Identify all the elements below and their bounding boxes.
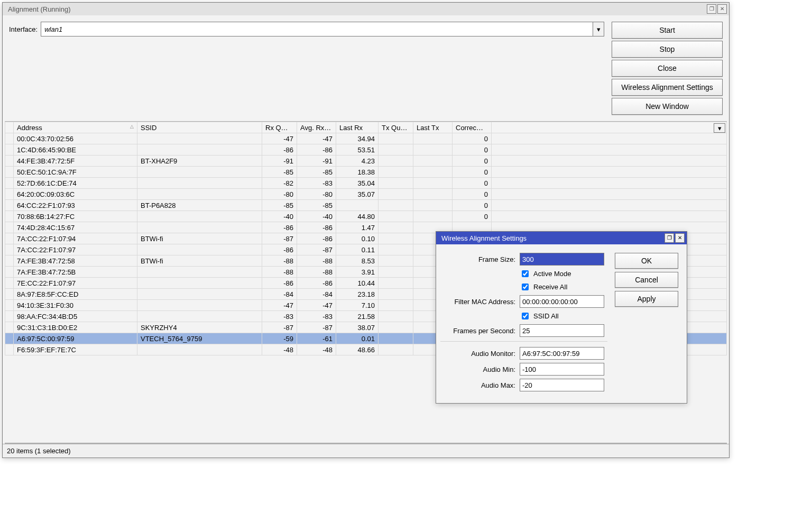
settings-dialog: Wireless Alignment Settings ❐ ✕ Frame Si… (436, 231, 687, 404)
cancel-button[interactable]: Cancel (615, 272, 678, 288)
active-mode-checkbox[interactable]: Active Mode (520, 269, 571, 279)
status-text: 20 items (1 selected) (7, 447, 71, 455)
filter-mac-label: Filter MAC Address: (440, 298, 520, 306)
stop-button[interactable]: Stop (612, 41, 723, 58)
settings-title: Wireless Alignment Settings (441, 234, 527, 242)
table-row[interactable]: 70:88:6B:14:27:FC-40-4044.800 (5, 211, 727, 222)
sort-asc-icon: △ (130, 124, 134, 129)
col-address[interactable]: Address△ (14, 122, 137, 133)
columns-dropdown-button[interactable]: ▾ (714, 123, 725, 133)
table-row[interactable]: 64:CC:22:F1:07:93BT-P6A828-85-850 (5, 200, 727, 211)
audio-max-input[interactable] (520, 379, 604, 391)
toolbar: Interface: wlan1 ▾ Start Stop Close Wire… (3, 15, 729, 117)
settings-titlebar: Wireless Alignment Settings ❐ ✕ (436, 232, 687, 244)
apply-button[interactable]: Apply (615, 291, 678, 307)
audio-max-label: Audio Max: (440, 381, 520, 389)
new-window-button[interactable]: New Window (612, 98, 723, 115)
col-blank[interactable] (5, 122, 14, 133)
table-row[interactable]: 44:FE:3B:47:72:5FBT-XHA2F9-91-914.230 (5, 156, 727, 167)
start-button[interactable]: Start (612, 22, 723, 39)
col-txq[interactable]: Tx Qu… (379, 122, 413, 133)
col-lastrx[interactable]: Last Rx (336, 122, 379, 133)
ssid-all-checkbox[interactable]: SSID All (520, 311, 559, 321)
audio-monitor-input[interactable] (520, 347, 604, 360)
interface-value: wlan1 (44, 25, 62, 33)
interface-field[interactable]: wlan1 (41, 22, 593, 36)
settings-form: Frame Size: Active Mode Receive All Filt… (440, 253, 607, 395)
table-row[interactable]: 50:EC:50:1C:9A:7F-85-8518.380 (5, 167, 727, 178)
audio-monitor-label: Audio Monitor: (440, 350, 520, 358)
close-button[interactable]: ✕ (717, 4, 727, 14)
col-lasttx[interactable]: Last Tx (413, 122, 453, 133)
table-row[interactable]: 1C:4D:66:45:90:BE-86-8653.510 (5, 144, 727, 156)
alignment-titlebar: Alignment (Running) ❐ ✕ (3, 3, 729, 15)
receive-all-checkbox[interactable]: Receive All (520, 282, 567, 292)
alignment-title: Alignment (Running) (8, 5, 71, 13)
filter-mac-input[interactable] (520, 295, 604, 308)
ok-button[interactable]: OK (615, 253, 678, 269)
close-window-button[interactable]: Close (612, 60, 723, 77)
chevron-down-icon: ▾ (597, 25, 601, 33)
settings-maximize-button[interactable]: ❐ (665, 233, 674, 243)
form-divider (440, 341, 607, 342)
settings-close-button[interactable]: ✕ (675, 233, 685, 243)
maximize-button[interactable]: ❐ (707, 4, 716, 14)
table-row[interactable]: 64:20:0C:09:03:6C-80-8035.070 (5, 189, 727, 200)
fps-input[interactable] (520, 324, 604, 337)
statusbar: 20 items (1 selected) (3, 444, 729, 458)
frame-size-label: Frame Size: (440, 255, 520, 263)
frame-size-input[interactable] (520, 253, 604, 266)
settings-button[interactable]: Wireless Alignment Settings (612, 79, 723, 96)
receive-all-input[interactable] (522, 284, 529, 290)
fps-label: Frames per Second: (440, 327, 520, 335)
table-row[interactable]: 00:0C:43:70:02:56-47-4734.940 (5, 133, 727, 144)
audio-min-label: Audio Min: (440, 365, 520, 373)
audio-min-input[interactable] (520, 363, 604, 376)
ssid-all-input[interactable] (522, 313, 529, 319)
col-ssid[interactable]: SSID (137, 122, 262, 133)
table-row[interactable]: 52:7D:66:1C:DE:74-82-8335.040 (5, 178, 727, 189)
interface-dropdown-button[interactable]: ▾ (593, 22, 604, 36)
col-rest[interactable]: ▾ (492, 122, 727, 133)
col-rxq[interactable]: Rx Q… (262, 122, 297, 133)
col-correc[interactable]: Correc… (453, 122, 492, 133)
interface-label: Interface: (9, 25, 38, 33)
table-header-row: Address△ SSID Rx Q… Avg. Rx… Last Rx Tx … (5, 122, 727, 133)
col-avgrx[interactable]: Avg. Rx… (297, 122, 336, 133)
active-mode-input[interactable] (522, 270, 529, 277)
